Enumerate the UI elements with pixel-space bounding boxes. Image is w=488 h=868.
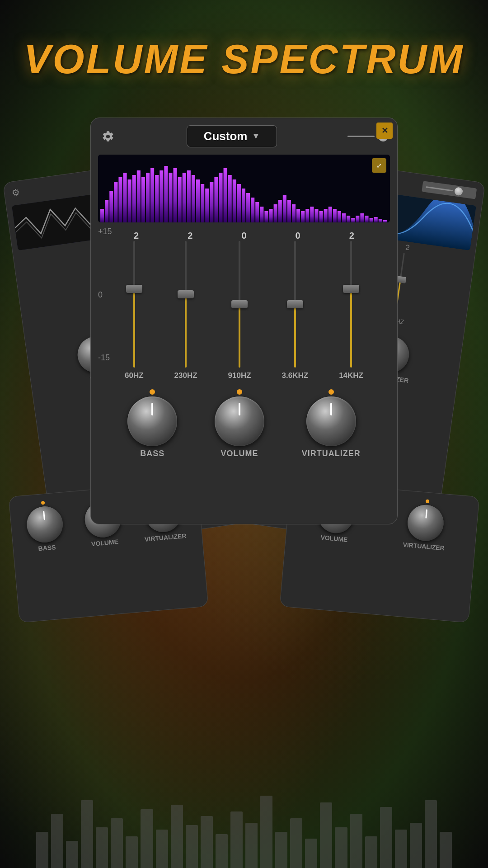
bottom-eq-bars [0, 732, 488, 868]
fullscreen-button[interactable]: ⤢ [372, 158, 386, 173]
db-zero: 0 [98, 290, 112, 300]
svg-rect-64 [379, 219, 382, 222]
svg-rect-43 [283, 195, 286, 222]
svg-rect-19 [174, 168, 177, 222]
svg-rect-32 [233, 179, 236, 222]
svg-rect-31 [228, 175, 232, 222]
fader-val-3: 0 [289, 231, 307, 241]
svg-rect-35 [246, 193, 250, 222]
svg-rect-51 [319, 211, 323, 222]
volume-knob-col: VOLUME [215, 389, 264, 458]
fader-3_6khz-label: 3.6KHZ [282, 371, 309, 380]
svg-rect-12 [141, 177, 145, 222]
fader-values-row: 2 2 0 0 2 [98, 227, 390, 241]
svg-rect-62 [370, 218, 373, 222]
svg-rect-21 [183, 173, 186, 222]
main-card: Custom ▼ ✕ [90, 118, 398, 524]
svg-rect-7 [118, 177, 122, 222]
virtualizer-knob-col: VIRTUALIZER [302, 389, 361, 458]
fader-3_6khz: 3.6KHZ [282, 241, 309, 380]
svg-rect-22 [187, 170, 191, 222]
svg-rect-55 [338, 211, 341, 222]
volume-knob[interactable] [215, 396, 264, 446]
svg-rect-28 [214, 177, 218, 222]
svg-rect-4 [105, 200, 108, 222]
bass-knob[interactable] [127, 396, 177, 446]
fader-230hz: 230HZ [174, 241, 197, 380]
svg-rect-41 [274, 204, 277, 222]
svg-rect-37 [255, 202, 259, 222]
fader-14khz-track[interactable] [342, 241, 360, 368]
settings-button[interactable] [100, 128, 116, 145]
main-card-header: Custom ▼ ✕ [91, 118, 397, 155]
svg-rect-38 [260, 207, 263, 222]
svg-rect-44 [287, 200, 291, 222]
dropdown-arrow-icon: ▼ [252, 132, 260, 141]
fader-910hz-track[interactable] [230, 241, 249, 368]
svg-rect-42 [278, 200, 282, 222]
fader-14khz-label: 14KHZ [339, 371, 363, 380]
fader-val-1: 2 [181, 231, 199, 241]
spectrum-display: ⤢ [98, 155, 390, 222]
br-virtualizer-knob[interactable] [406, 503, 446, 542]
svg-rect-40 [269, 209, 273, 222]
fader-60hz-label: 60HZ [125, 371, 144, 380]
close-button[interactable]: ✕ [376, 123, 393, 139]
svg-rect-26 [205, 189, 209, 222]
svg-rect-25 [201, 184, 204, 222]
virtualizer-label: VIRTUALIZER [302, 449, 361, 458]
fader-60hz-track[interactable] [125, 241, 143, 368]
fader-val-4: 2 [343, 231, 361, 241]
faders-row: 60HZ 230HZ [98, 241, 390, 380]
bass-label: BASS [140, 449, 164, 458]
fader-910hz-label: 910HZ [228, 371, 251, 380]
svg-rect-30 [224, 168, 227, 222]
virtualizer-indicator-dot [328, 389, 334, 395]
fader-230hz-label: 230HZ [174, 371, 197, 380]
preset-label: Custom [204, 129, 248, 143]
svg-rect-59 [356, 216, 359, 222]
svg-rect-34 [242, 189, 245, 222]
svg-rect-27 [210, 182, 213, 222]
preset-dropdown[interactable]: Custom ▼ [187, 125, 277, 147]
svg-rect-16 [160, 170, 163, 222]
svg-rect-20 [178, 177, 182, 222]
svg-rect-18 [169, 173, 172, 222]
bl-bass-knob[interactable] [25, 505, 65, 544]
svg-rect-58 [351, 218, 355, 222]
svg-rect-13 [146, 173, 150, 222]
svg-rect-15 [155, 175, 159, 222]
virtualizer-knob[interactable] [306, 396, 356, 446]
svg-rect-8 [123, 173, 127, 222]
svg-rect-56 [342, 213, 346, 222]
fader-230hz-track[interactable] [177, 241, 195, 368]
svg-rect-48 [305, 209, 309, 222]
knobs-section: BASS VOLUME VIRTUALIZER [91, 380, 397, 463]
svg-rect-57 [347, 216, 350, 222]
svg-rect-11 [137, 170, 141, 222]
fader-910hz: 910HZ [228, 241, 251, 380]
left-settings-icon[interactable]: ⚙ [11, 186, 25, 200]
svg-rect-53 [328, 207, 332, 222]
fader-14khz: 14KHZ [339, 241, 363, 380]
svg-rect-6 [114, 182, 117, 222]
fader-val-2: 0 [235, 231, 253, 241]
cards-container: ⚙ ✕ 2 60HZ [41, 118, 447, 750]
volume-label: VOLUME [221, 449, 258, 458]
fader-val-0: 2 [127, 231, 145, 241]
svg-rect-23 [192, 175, 195, 222]
eq-db-labels: +15 0 -15 [98, 227, 112, 363]
svg-rect-49 [310, 207, 314, 222]
fader-3_6khz-track[interactable] [286, 241, 304, 368]
svg-rect-10 [132, 175, 136, 222]
svg-rect-9 [128, 179, 131, 222]
svg-rect-3 [100, 209, 104, 222]
svg-rect-17 [164, 166, 168, 222]
db-minus15: -15 [98, 353, 112, 363]
app-title: VOLUME SPECTRUM [0, 36, 488, 83]
svg-rect-46 [296, 209, 300, 222]
svg-rect-24 [196, 179, 200, 222]
svg-rect-29 [219, 173, 222, 222]
volume-indicator-dot [237, 389, 242, 395]
svg-rect-61 [365, 216, 368, 222]
